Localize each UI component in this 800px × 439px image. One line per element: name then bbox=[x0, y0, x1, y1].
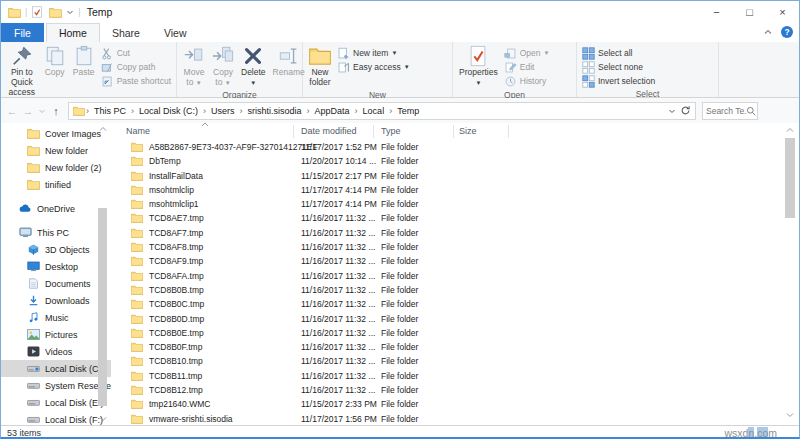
sidebar-item-new-folder-2[interactable]: New folder (2) bbox=[1, 159, 111, 176]
column-divider[interactable] bbox=[453, 125, 454, 138]
ribbon-button-new-folder[interactable]: Newfolder bbox=[306, 44, 334, 89]
sidebar-item-desktop[interactable]: Desktop bbox=[1, 258, 111, 275]
ribbon-button-copy-path[interactable]: Copy path bbox=[99, 60, 173, 74]
sidebar-item-new-folder[interactable]: New folder bbox=[1, 142, 111, 159]
file-row[interactable]: vmware-srishti.sisodia11/17/2017 1:56 PM… bbox=[113, 412, 781, 426]
search-box[interactable] bbox=[702, 102, 758, 120]
ribbon-button-select-none[interactable]: Select none bbox=[580, 60, 657, 74]
tab-share[interactable]: Share bbox=[100, 23, 152, 42]
sidebar-scrollbar[interactable] bbox=[97, 123, 108, 425]
file-row[interactable]: tmp21640.WMC11/15/2017 2:33 PMFile folde… bbox=[113, 397, 781, 411]
file-row[interactable]: TCD8AE7.tmp11/16/2017 11:32 ...File fold… bbox=[113, 211, 781, 225]
collapse-ribbon-icon[interactable] bbox=[763, 27, 773, 37]
sidebar-item-local-disk-e[interactable]: Local Disk (E:) bbox=[1, 394, 111, 411]
sidebar-item-pictures[interactable]: Pictures bbox=[1, 326, 111, 343]
file-row[interactable]: msohtmlclip11/17/2017 4:14 PMFile folder bbox=[113, 183, 781, 197]
ribbon-button-paste[interactable]: Paste bbox=[70, 44, 98, 98]
tab-view[interactable]: View bbox=[152, 23, 199, 42]
ribbon-button-new-item[interactable]: New item▼ bbox=[335, 46, 412, 60]
file-row[interactable]: TCD8B0F.tmp11/16/2017 11:32 ...File fold… bbox=[113, 340, 781, 354]
qat-customize-chevron-icon[interactable] bbox=[66, 8, 74, 16]
sidebar-item-videos[interactable]: Videos bbox=[1, 343, 111, 360]
file-row[interactable]: TCD8B0B.tmp11/16/2017 11:32 ...File fold… bbox=[113, 283, 781, 297]
breadcrumb-item-this-pc[interactable]: This PC bbox=[90, 106, 130, 116]
ribbon-button-properties[interactable]: Properties▼ bbox=[456, 44, 501, 89]
file-row[interactable]: TCD8B11.tmp11/16/2017 11:32 ...File fold… bbox=[113, 369, 781, 383]
forward-icon[interactable]: → bbox=[20, 102, 36, 120]
ribbon-button-rename[interactable]: Rename bbox=[270, 44, 308, 89]
file-row[interactable]: InstallFailData11/15/2017 2:17 PMFile fo… bbox=[113, 169, 781, 183]
breadcrumb-item-srishti-sisodia[interactable]: srishti.sisodia bbox=[244, 106, 306, 116]
scroll-down-icon[interactable] bbox=[783, 408, 797, 421]
ribbon-button-edit[interactable]: Edit bbox=[502, 60, 552, 74]
breadcrumb-item-local-disk-c[interactable]: Local Disk (C:) bbox=[135, 106, 202, 116]
file-row[interactable]: A58B2867-9E73-4037-AF9F-3270141271EF11/1… bbox=[113, 140, 781, 154]
ribbon-button-select-all[interactable]: Select all bbox=[580, 46, 657, 60]
ribbon-button-cut[interactable]: Cut bbox=[99, 46, 173, 60]
breadcrumb-item-local[interactable]: Local bbox=[359, 106, 389, 116]
file-row[interactable]: TCD8B10.tmp11/16/2017 11:32 ...File fold… bbox=[113, 354, 781, 368]
back-icon[interactable]: ← bbox=[4, 102, 20, 120]
file-row[interactable]: TCD8B0D.tmp11/16/2017 11:32 ...File fold… bbox=[113, 312, 781, 326]
sidebar-item-onedrive[interactable]: OneDrive bbox=[1, 200, 111, 217]
ribbon-button-copy[interactable]: Copy bbox=[41, 44, 69, 98]
breadcrumb-item-users[interactable]: Users bbox=[207, 106, 239, 116]
ribbon-button-delete[interactable]: Delete▼ bbox=[238, 44, 269, 89]
scroll-up-icon[interactable] bbox=[97, 123, 108, 135]
search-input[interactable] bbox=[706, 106, 746, 116]
address-dropdown-chevron-icon[interactable] bbox=[668, 107, 676, 115]
sidebar-item-music[interactable]: Music bbox=[1, 309, 111, 326]
ribbon-button-open[interactable]: Open▼ bbox=[502, 46, 552, 60]
sidebar-item-cover-images[interactable]: Cover Images bbox=[1, 125, 111, 142]
file-row[interactable]: TCD8AFA.tmp11/16/2017 11:32 ...File fold… bbox=[113, 269, 781, 283]
tab-home[interactable]: Home bbox=[46, 23, 100, 42]
column-header-size[interactable]: Size bbox=[459, 126, 477, 136]
ribbon-button-copy-to[interactable]: Copyto ▼ bbox=[209, 44, 237, 89]
file-row[interactable]: TCD8AF7.tmp11/16/2017 11:32 ...File fold… bbox=[113, 226, 781, 240]
file-row[interactable]: TCD8B0E.tmp11/16/2017 11:32 ...File fold… bbox=[113, 326, 781, 340]
breadcrumb[interactable]: ›This PC›Local Disk (C:)›Users›srishti.s… bbox=[68, 102, 696, 120]
file-row[interactable]: msohtmlclip111/17/2017 4:14 PMFile folde… bbox=[113, 197, 781, 211]
qat-properties-icon[interactable] bbox=[31, 6, 43, 18]
breadcrumb-item-temp[interactable]: Temp bbox=[393, 106, 423, 116]
ribbon-button-move-to[interactable]: Moveto ▼ bbox=[180, 44, 208, 89]
sidebar-item-3d-objects[interactable]: 3D Objects bbox=[1, 241, 111, 258]
file-row[interactable]: DbTemp11/20/2017 10:14 ...File folder bbox=[113, 154, 781, 168]
column-header-date-modified[interactable]: Date modified bbox=[301, 126, 357, 136]
sidebar-item-system-reserved[interactable]: System Reserved bbox=[1, 377, 111, 394]
column-divider[interactable] bbox=[293, 125, 294, 138]
close-button[interactable]: × bbox=[766, 1, 799, 23]
file-row[interactable]: TCD8B12.tmp11/16/2017 11:32 ...File fold… bbox=[113, 383, 781, 397]
sidebar-item-tinified[interactable]: tinified bbox=[1, 176, 111, 193]
qat-new-folder-icon[interactable] bbox=[49, 7, 62, 18]
refresh-icon[interactable] bbox=[680, 105, 691, 116]
ribbon-button-pin-to-quick-access[interactable]: Pin to Quickaccess bbox=[4, 44, 40, 98]
sidebar-item-local-disk-f[interactable]: Local Disk (F:) bbox=[1, 411, 111, 425]
column-divider[interactable] bbox=[373, 125, 374, 138]
ribbon-button-history[interactable]: History bbox=[502, 74, 552, 88]
sidebar-item-downloads[interactable]: Downloads bbox=[1, 292, 111, 309]
file-row[interactable]: TCD8AF8.tmp11/16/2017 11:32 ...File fold… bbox=[113, 240, 781, 254]
minimize-button[interactable]: − bbox=[700, 1, 733, 23]
filelist-scrollbar-thumb[interactable] bbox=[785, 138, 795, 218]
column-header-type[interactable]: Type bbox=[381, 126, 401, 136]
scroll-up-icon[interactable] bbox=[783, 123, 797, 136]
ribbon-button-invert-selection[interactable]: Invert selection bbox=[580, 74, 657, 88]
breadcrumb-item-appdata[interactable]: AppData bbox=[311, 106, 354, 116]
sidebar-item-documents[interactable]: Documents bbox=[1, 275, 111, 292]
sidebar-item-local-disk-c[interactable]: Local Disk (C:) bbox=[1, 360, 111, 377]
file-row[interactable]: TCD8AF9.tmp11/16/2017 11:32 ...File fold… bbox=[113, 254, 781, 268]
maximize-button[interactable]: □ bbox=[733, 1, 766, 23]
file-row[interactable]: TCD8B0C.tmp11/16/2017 11:32 ...File fold… bbox=[113, 297, 781, 311]
up-icon[interactable]: ↑ bbox=[48, 102, 64, 120]
filelist-scrollbar[interactable] bbox=[783, 123, 797, 421]
help-icon[interactable]: ? bbox=[781, 26, 793, 38]
column-divider[interactable] bbox=[508, 125, 509, 138]
ribbon-button-easy-access[interactable]: Easy access▼ bbox=[335, 60, 412, 74]
ribbon-button-paste-shortcut[interactable]: Paste shortcut bbox=[99, 74, 173, 88]
column-header-name[interactable]: Name bbox=[126, 126, 150, 136]
scroll-down-icon[interactable] bbox=[97, 413, 108, 425]
sidebar-scrollbar-thumb[interactable] bbox=[98, 208, 107, 406]
sidebar-item-this-pc[interactable]: This PC bbox=[1, 224, 111, 241]
recent-locations-chevron-icon[interactable] bbox=[38, 107, 46, 115]
